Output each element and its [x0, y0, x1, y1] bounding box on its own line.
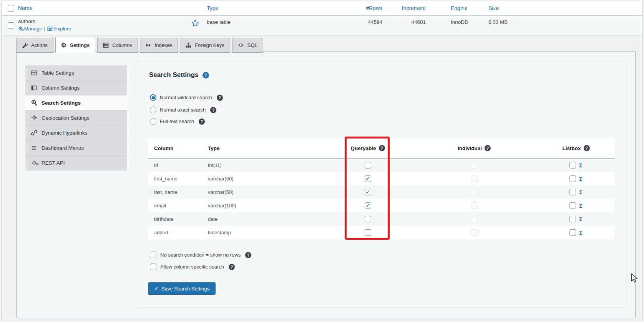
cell-type: timestamp [202, 230, 325, 235]
radio-button[interactable] [150, 107, 156, 113]
help-icon[interactable]: ? [485, 145, 491, 151]
listbox-checkbox[interactable] [569, 175, 576, 182]
queryable-checkbox[interactable] [365, 189, 371, 195]
sigma-icon[interactable]: Σ [579, 203, 582, 209]
cell-column: id [148, 162, 202, 168]
tab-columns[interactable]: Columns [97, 38, 138, 53]
radio-label: Normal exact search [160, 107, 206, 113]
individual-checkbox [471, 229, 478, 236]
help-icon[interactable]: ? [229, 264, 235, 270]
cell-column: last_name [148, 189, 202, 195]
queryable-checkbox[interactable] [365, 162, 371, 169]
cell-type: date [202, 216, 325, 222]
column-header-type[interactable]: Type [207, 5, 218, 11]
option-no-search-condition: No search condition = show no rows ? [150, 252, 251, 258]
explore-link[interactable]: Explore [47, 26, 71, 32]
column-header-increment[interactable]: Increment [386, 5, 426, 11]
radio-fulltext: Full-text search ? [150, 118, 205, 125]
table-row: birthdate date Σ [148, 212, 614, 226]
table-row: last_name varchar(50) Σ [148, 185, 614, 199]
cell-column: email [148, 203, 202, 209]
individual-checkbox [471, 216, 478, 222]
help-icon[interactable]: ? [210, 107, 216, 113]
radio-label: Normal wildcard search [160, 95, 212, 100]
option-allow-column-search: Allow column specific search ? [150, 264, 235, 270]
panel-title-row: Search Settings ? [149, 71, 209, 79]
table-list-header: Name Type #Rows Increment Engine Size [2, 1, 642, 16]
tab-sql[interactable]: SQL [232, 38, 263, 53]
search-settings-panel: Search Settings ? Normal wildcard search… [137, 61, 626, 307]
radio-normal-exact: Normal exact search ? [150, 107, 216, 113]
sidebar-item-table-settings[interactable]: Table Settings [25, 65, 127, 80]
column-header-name[interactable]: Name [18, 5, 32, 11]
tab-foreign-keys[interactable]: Foreign Keys [180, 38, 230, 53]
option-checkbox[interactable] [150, 252, 156, 258]
header-listbox: Listbox [562, 145, 581, 151]
check-icon: ✓ [154, 286, 158, 292]
help-icon[interactable]: ? [584, 145, 590, 151]
table-increment: 44601 [386, 19, 426, 25]
table-icon [31, 70, 37, 76]
table-body: id int(11) Σ first_name varchar(50) Σ la… [148, 158, 614, 239]
cell-type: varchar(100) [202, 203, 325, 209]
column-header-size[interactable]: Size [488, 5, 499, 11]
list-icon [103, 42, 109, 48]
manage-link[interactable]: ⚙⚙ Manage [18, 26, 42, 32]
help-icon[interactable]: ? [199, 118, 205, 125]
column-header-rows[interactable]: #Rows [344, 5, 382, 11]
radio-button[interactable] [150, 94, 156, 101]
columns-icon [31, 85, 37, 91]
queryable-checkbox[interactable] [365, 202, 371, 209]
queryable-checkbox[interactable] [365, 216, 371, 222]
listbox-checkbox[interactable] [569, 216, 576, 222]
page-title: Search Settings [149, 71, 199, 79]
sigma-icon[interactable]: Σ [579, 189, 582, 195]
menu-icon [31, 145, 37, 151]
cell-column: first_name [148, 176, 202, 182]
row-select-checkbox[interactable] [8, 22, 14, 29]
sigma-icon[interactable]: Σ [579, 162, 582, 169]
sigma-icon[interactable]: Σ [579, 216, 582, 222]
listbox-checkbox[interactable] [569, 229, 576, 236]
sidebar-item-geolocation-settings[interactable]: Geolocation Settings [25, 110, 127, 125]
option-label: Allow column specific search [160, 264, 224, 270]
help-icon[interactable]: ? [379, 145, 385, 151]
table-row: added timestamp Σ [148, 226, 614, 239]
help-icon[interactable]: ? [202, 72, 209, 78]
sidebar-item-dashboard-menus[interactable]: Dashboard Menus [25, 140, 127, 155]
search-columns-table: Column Type Queryable? Individual? Listb… [148, 138, 614, 239]
individual-checkbox [471, 202, 478, 209]
sigma-icon[interactable]: Σ [579, 176, 582, 182]
table-header-row: Column Type Queryable? Individual? Listb… [148, 138, 614, 158]
tab-actions[interactable]: Actions [16, 38, 53, 53]
listbox-checkbox[interactable] [569, 162, 576, 169]
cell-column: added [148, 230, 202, 235]
table-rows-count: 44594 [344, 19, 382, 25]
individual-checkbox [471, 162, 478, 169]
favorite-star-icon[interactable] [191, 19, 199, 27]
select-all-checkbox[interactable] [8, 5, 14, 12]
column-header-engine[interactable]: Engine [451, 5, 468, 11]
header-column: Column [148, 145, 202, 151]
tab-settings[interactable]: ⚙ Settings [55, 37, 96, 53]
option-checkbox[interactable] [150, 264, 156, 270]
queryable-checkbox[interactable] [365, 229, 371, 236]
help-icon[interactable]: ? [245, 252, 251, 258]
mouse-cursor [630, 273, 639, 283]
table-size: 6.03 MB [488, 19, 508, 25]
sidebar-item-search-settings[interactable]: Search Settings [25, 95, 127, 110]
link-icon [31, 130, 37, 136]
listbox-checkbox[interactable] [569, 189, 576, 195]
cell-column: birthdate [148, 216, 202, 222]
sitemap-icon [186, 42, 191, 48]
sidebar-item-column-settings[interactable]: Column Settings [25, 80, 127, 95]
tab-indexes[interactable]: Indexes [140, 38, 178, 53]
queryable-checkbox[interactable] [365, 175, 371, 182]
save-search-settings-button[interactable]: ✓ Save Search Settings [148, 282, 216, 295]
listbox-checkbox[interactable] [569, 202, 576, 209]
radio-button[interactable] [150, 118, 156, 125]
sigma-icon[interactable]: Σ [579, 230, 582, 236]
help-icon[interactable]: ? [217, 95, 223, 101]
sidebar-item-rest-api[interactable]: ⚙⚙ REST API [25, 155, 127, 170]
sidebar-item-dynamic-hyperlinks[interactable]: Dynamic Hyperlinks [25, 125, 127, 140]
